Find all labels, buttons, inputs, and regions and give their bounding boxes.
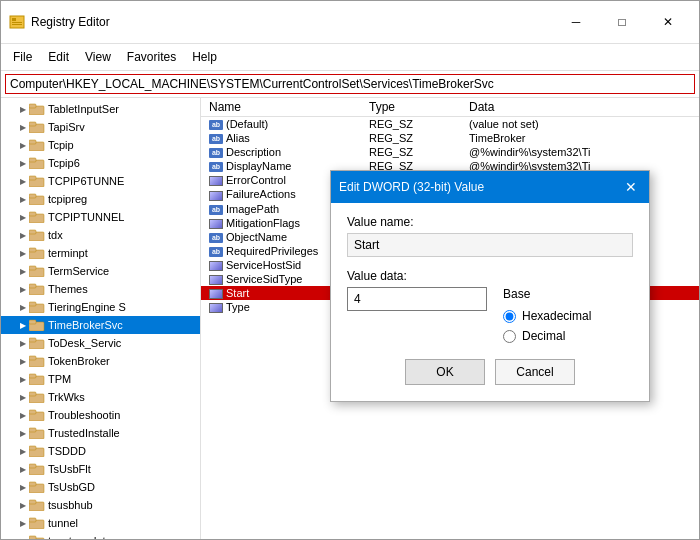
table-row-0[interactable]: ab(Default)REG_SZ(value not set) bbox=[201, 117, 699, 132]
tree-item-16[interactable]: ▶ TrkWks bbox=[1, 388, 200, 406]
tree-item-12[interactable]: ▶ TimeBrokerSvc bbox=[1, 316, 200, 334]
folder-icon-8 bbox=[29, 247, 45, 259]
row-name-9: RequiredPrivileges bbox=[226, 245, 318, 257]
col-header-name: Name bbox=[201, 98, 361, 117]
table-row-10[interactable]: ServiceHostSidREG_BINARY01 01 00 00 00 0… bbox=[201, 258, 699, 272]
table-row-2[interactable]: abDescriptionREG_SZ@%windir%\system32\Ti bbox=[201, 145, 699, 159]
table-row-4[interactable]: ErrorControlREG_DWORD0x00000001 (1) bbox=[201, 173, 699, 187]
folder-icon-7 bbox=[29, 229, 45, 241]
tree-item-6[interactable]: ▶ TCPIPTUNNEL bbox=[1, 208, 200, 226]
cell-data-11: 0x00000001 (1) bbox=[461, 272, 699, 286]
maximize-button[interactable]: □ bbox=[599, 7, 645, 37]
table-row-1[interactable]: abAliasREG_SZTimeBroker bbox=[201, 131, 699, 145]
folder-icon-18 bbox=[29, 427, 45, 439]
tree-arrow-8: ▶ bbox=[17, 249, 29, 258]
row-name-11: ServiceSidType bbox=[226, 273, 302, 285]
tree-item-4[interactable]: ▶ TCPIP6TUNNE bbox=[1, 172, 200, 190]
tree-label-14: TokenBroker bbox=[48, 355, 110, 367]
tree-arrow-17: ▶ bbox=[17, 411, 29, 420]
cell-type-12: REG_DWORD bbox=[361, 286, 461, 300]
tree-item-2[interactable]: ▶ Tcpip bbox=[1, 136, 200, 154]
table-row-3[interactable]: abDisplayNameREG_SZ@%windir%\system32\Ti bbox=[201, 159, 699, 173]
tree-label-4: TCPIP6TUNNE bbox=[48, 175, 124, 187]
svg-rect-11 bbox=[29, 158, 36, 162]
table-row-13[interactable]: TypeREG_DWORD bbox=[201, 300, 699, 314]
tree-item-17[interactable]: ▶ Troubleshootin bbox=[1, 406, 200, 424]
table-row-5[interactable]: FailureActionsREG_BINARY80 51 00 00 00 0… bbox=[201, 187, 699, 201]
table-row-8[interactable]: abObjectNameREG_SZNT AUTHORITY\LocalServ bbox=[201, 230, 699, 244]
tree-item-7[interactable]: ▶ tdx bbox=[1, 226, 200, 244]
tree-item-20[interactable]: ▶ TsUsbFlt bbox=[1, 460, 200, 478]
svg-rect-29 bbox=[29, 320, 36, 324]
cell-name-3: abDisplayName bbox=[201, 159, 361, 173]
tree-item-3[interactable]: ▶ Tcpip6 bbox=[1, 154, 200, 172]
svg-rect-17 bbox=[29, 212, 36, 216]
tree-label-20: TsUsbFlt bbox=[48, 463, 91, 475]
tree-item-18[interactable]: ▶ TrustedInstalle bbox=[1, 424, 200, 442]
tree-item-24[interactable]: ▶ tzautoupdate bbox=[1, 532, 200, 539]
tree-label-7: tdx bbox=[48, 229, 63, 241]
cell-type-3: REG_SZ bbox=[361, 159, 461, 173]
tree-item-0[interactable]: ▶ TabletInputSer bbox=[1, 100, 200, 118]
folder-icon-20 bbox=[29, 463, 45, 475]
svg-rect-49 bbox=[29, 500, 36, 504]
minimize-button[interactable]: ─ bbox=[553, 7, 599, 37]
tree-item-8[interactable]: ▶ terminpt bbox=[1, 244, 200, 262]
svg-rect-45 bbox=[29, 464, 36, 468]
tree-label-9: TermService bbox=[48, 265, 109, 277]
tree-label-3: Tcpip6 bbox=[48, 157, 80, 169]
menu-file[interactable]: File bbox=[5, 46, 40, 68]
svg-rect-27 bbox=[29, 302, 36, 306]
col-header-data: Data bbox=[461, 98, 699, 117]
cell-data-6: %SystemRoot%\system32 bbox=[461, 202, 699, 216]
folder-icon-17 bbox=[29, 409, 45, 421]
row-name-2: Description bbox=[226, 146, 281, 158]
dword-icon-12 bbox=[209, 289, 223, 299]
tree-item-19[interactable]: ▶ TSDDD bbox=[1, 442, 200, 460]
address-input[interactable] bbox=[5, 74, 695, 94]
registry-table: Name Type Data ab(Default)REG_SZ(value n… bbox=[201, 98, 699, 314]
tree-arrow-22: ▶ bbox=[17, 501, 29, 510]
binary-icon-5 bbox=[209, 191, 223, 201]
table-row-9[interactable]: abRequiredPrivilegesREG_MULTI_SZSeChange… bbox=[201, 244, 699, 258]
tree-item-22[interactable]: ▶ tsusbhub bbox=[1, 496, 200, 514]
folder-icon-23 bbox=[29, 517, 45, 529]
tree-arrow-9: ▶ bbox=[17, 267, 29, 276]
table-row-12[interactable]: StartREG_DWORD0x00000004 (4) bbox=[201, 286, 699, 300]
svg-rect-13 bbox=[29, 176, 36, 180]
svg-rect-19 bbox=[29, 230, 36, 234]
dword-icon-7 bbox=[209, 219, 223, 229]
cell-type-10: REG_BINARY bbox=[361, 258, 461, 272]
cell-type-2: REG_SZ bbox=[361, 145, 461, 159]
menu-favorites[interactable]: Favorites bbox=[119, 46, 184, 68]
close-button[interactable]: ✕ bbox=[645, 7, 691, 37]
tree-item-21[interactable]: ▶ TsUsbGD bbox=[1, 478, 200, 496]
table-row-7[interactable]: MitigationFlagsREG_DWORD0x00000002 (2) bbox=[201, 216, 699, 230]
tree-item-1[interactable]: ▶ TapiSrv bbox=[1, 118, 200, 136]
svg-rect-3 bbox=[12, 24, 22, 25]
folder-icon-12 bbox=[29, 319, 45, 331]
tree-label-16: TrkWks bbox=[48, 391, 85, 403]
tree-item-11[interactable]: ▶ TieringEngine S bbox=[1, 298, 200, 316]
tree-item-13[interactable]: ▶ ToDesk_Servic bbox=[1, 334, 200, 352]
menu-view[interactable]: View bbox=[77, 46, 119, 68]
tree-item-5[interactable]: ▶ tcpipreg bbox=[1, 190, 200, 208]
tree-label-18: TrustedInstalle bbox=[48, 427, 120, 439]
tree-item-9[interactable]: ▶ TermService bbox=[1, 262, 200, 280]
cell-type-7: REG_DWORD bbox=[361, 216, 461, 230]
menu-edit[interactable]: Edit bbox=[40, 46, 77, 68]
menu-help[interactable]: Help bbox=[184, 46, 225, 68]
tree-label-12: TimeBrokerSvc bbox=[48, 319, 123, 331]
tree-label-23: tunnel bbox=[48, 517, 78, 529]
tree-item-23[interactable]: ▶ tunnel bbox=[1, 514, 200, 532]
folder-icon-13 bbox=[29, 337, 45, 349]
tree-item-10[interactable]: ▶ Themes bbox=[1, 280, 200, 298]
table-row-6[interactable]: abImagePathREG_EXPAND_SZ%SystemRoot%\sys… bbox=[201, 202, 699, 216]
tree-item-14[interactable]: ▶ TokenBroker bbox=[1, 352, 200, 370]
table-row-11[interactable]: ServiceSidTypeREG_DWORD0x00000001 (1) bbox=[201, 272, 699, 286]
binary-icon-10 bbox=[209, 261, 223, 271]
tree-label-17: Troubleshootin bbox=[48, 409, 120, 421]
row-name-6: ImagePath bbox=[226, 203, 279, 215]
row-name-12: Start bbox=[226, 287, 249, 299]
tree-item-15[interactable]: ▶ TPM bbox=[1, 370, 200, 388]
